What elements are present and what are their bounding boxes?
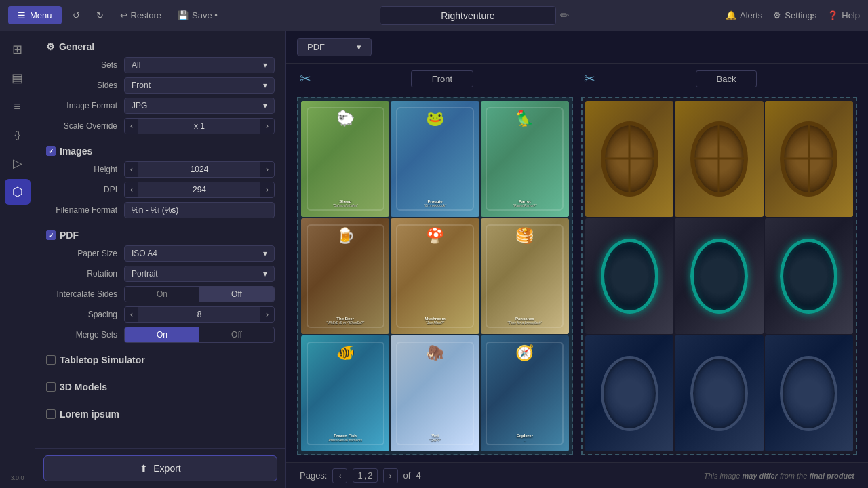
intercalate-off-option[interactable]: Off <box>199 287 274 302</box>
back-wood-circle-1 <box>601 121 658 197</box>
card-parrot-emoji: 🦜 <box>515 111 534 126</box>
scale-override-stepper: ‹ x 1 › <box>124 118 275 134</box>
dpi-value: 294 <box>138 182 260 197</box>
spacing-decrement-button[interactable]: ‹ <box>125 307 138 322</box>
merge-sets-row: Merge Sets On Off <box>43 327 277 343</box>
card-pancakes: 🥞 Pancakes "Time for a break(fast)" <box>481 218 569 334</box>
scale-value: x 1 <box>138 119 260 134</box>
version-label: 3.0.0 <box>10 474 24 481</box>
card-mushroom-quote: "1up Mate?" <box>425 321 446 325</box>
spacing-increment-button[interactable]: › <box>260 307 274 322</box>
save-icon: 💾 <box>178 10 189 20</box>
menu-button[interactable]: ☰ Menu <box>8 6 62 24</box>
sidebar-item-grid[interactable]: ⊞ <box>5 37 31 62</box>
image-format-row: Image Format JPG ▾ <box>43 98 277 114</box>
pdf-section-header[interactable]: ✓ PDF <box>43 225 277 245</box>
height-increment-button[interactable]: › <box>260 162 274 177</box>
models-section-header[interactable]: 3D Models <box>43 377 277 397</box>
scale-increment-button[interactable]: › <box>260 119 274 134</box>
save-button[interactable]: 💾 Save • <box>172 7 223 23</box>
rotation-row: Rotation Portrait ▾ <box>43 266 277 282</box>
card-sheep: 🐑 Sheep "Bahahahahaha" <box>301 101 389 217</box>
back-label: Back <box>696 70 757 87</box>
pdf-toggle[interactable]: ✓ <box>46 230 56 240</box>
models-section-title: 3D Models <box>60 382 107 392</box>
undo-icon: ↺ <box>73 10 80 20</box>
sides-dropdown[interactable]: Front ▾ <box>124 77 275 94</box>
images-section: ✓ Images Height ‹ 1024 › DPI ‹ <box>43 141 277 218</box>
redo-button[interactable]: ↻ <box>91 7 109 23</box>
sides-label: Sides <box>46 81 124 90</box>
tabletop-toggle[interactable] <box>46 355 56 365</box>
images-section-header[interactable]: ✓ Images <box>43 141 277 161</box>
card-frog-quote: "Crrrrooooook" <box>424 203 446 207</box>
footnote: This image may differ from the final pro… <box>704 472 854 480</box>
general-section-title: General <box>59 41 94 52</box>
height-stepper: ‹ 1024 › <box>124 161 275 178</box>
models-toggle[interactable] <box>46 382 56 392</box>
lorem-section-header[interactable]: Lorem ipsum <box>43 404 277 424</box>
redo-icon: ↻ <box>96 10 104 20</box>
project-title-input[interactable] <box>380 6 556 25</box>
back-dark-3 <box>765 218 853 334</box>
lorem-section-title: Lorem ipsum <box>60 409 119 420</box>
general-section: ⚙ General Sets All ▾ Sides Front ▾ <box>43 37 277 134</box>
paper-size-dropdown[interactable]: ISO A4 ▾ <box>124 245 275 262</box>
lorem-toggle[interactable] <box>46 409 56 419</box>
dpi-row: DPI ‹ 294 › <box>43 182 277 198</box>
intercalate-row: Intercalate Sides On Off <box>43 286 277 302</box>
sidebar-item-box[interactable]: ⬡ <box>5 179 31 205</box>
format-dropdown[interactable]: PDF ▾ <box>297 38 372 56</box>
merge-sets-on-option[interactable]: On <box>125 327 199 342</box>
height-label: Height <box>46 165 124 174</box>
rotation-dropdown[interactable]: Portrait ▾ <box>124 266 275 282</box>
scale-decrement-button[interactable]: ‹ <box>125 119 138 134</box>
preview-area: ✂ Front 🐑 Sheep "Bahahahahaha" <box>286 64 868 462</box>
general-section-header[interactable]: ⚙ General <box>43 37 277 57</box>
title-area: ✏ <box>229 6 720 25</box>
height-value: 1024 <box>138 162 260 177</box>
filename-format-input[interactable] <box>124 202 275 218</box>
spacing-label: Spacing <box>46 310 124 319</box>
sidebar-item-code[interactable]: {} <box>5 122 31 148</box>
dpi-increment-button[interactable]: › <box>260 182 274 197</box>
back-ice-2 <box>675 336 763 451</box>
undo-button[interactable]: ↺ <box>67 7 85 23</box>
sidebar: ⚙ General Sets All ▾ Sides Front ▾ <box>35 31 286 488</box>
sidebar-item-table[interactable]: ▤ <box>5 65 31 91</box>
settings-button[interactable]: ⚙ Settings <box>773 10 816 20</box>
merge-sets-off-option[interactable]: Off <box>199 327 274 342</box>
card-parrot-quote: "Parrot Parrot?" <box>513 203 536 207</box>
images-toggle[interactable]: ✓ <box>46 146 56 156</box>
export-button[interactable]: ⬆ Export <box>43 455 277 481</box>
image-format-control: JPG ▾ <box>124 98 275 114</box>
filename-format-row: Filename Format <box>43 202 277 218</box>
alerts-button[interactable]: 🔔 Alerts <box>726 10 762 20</box>
tabletop-section-header[interactable]: Tabletop Simulator <box>43 350 277 370</box>
images-section-title: Images <box>60 146 92 157</box>
icon-bar-bottom: 3.0.0 <box>10 474 24 488</box>
prev-page-button[interactable]: ‹ <box>332 468 347 483</box>
scale-override-label: Scale Override <box>46 121 124 131</box>
pdf-section-title: PDF <box>60 230 79 241</box>
pages-nav: Pages: ‹ 1 , 2 › of 4 <box>300 468 421 483</box>
back-ice-1 <box>585 336 673 451</box>
image-format-dropdown[interactable]: JPG ▾ <box>124 98 275 114</box>
back-dark-circle-2 <box>690 239 748 314</box>
intercalate-on-option[interactable]: On <box>125 287 199 302</box>
export-area: ⬆ Export <box>35 448 286 488</box>
card-beer-emoji: 🍺 <box>336 228 355 243</box>
restore-button[interactable]: ↩ Restore <box>115 7 167 23</box>
front-card-grid: 🐑 Sheep "Bahahahahaha" 🐸 Froggie <box>297 97 573 455</box>
sets-dropdown[interactable]: All ▾ <box>124 57 275 73</box>
rotation-label: Rotation <box>46 269 124 279</box>
sidebar-item-list[interactable]: ≡ <box>5 94 31 119</box>
next-page-button[interactable]: › <box>383 468 398 483</box>
help-button[interactable]: ❓ Help <box>827 10 860 20</box>
edit-title-icon[interactable]: ✏ <box>560 9 569 22</box>
dpi-decrement-button[interactable]: ‹ <box>125 182 138 197</box>
height-decrement-button[interactable]: ‹ <box>125 162 138 177</box>
sidebar-item-play[interactable]: ▷ <box>5 150 31 176</box>
spacing-stepper: ‹ 8 › <box>124 306 275 323</box>
card-yeti-emoji: 🦣 <box>426 346 444 361</box>
